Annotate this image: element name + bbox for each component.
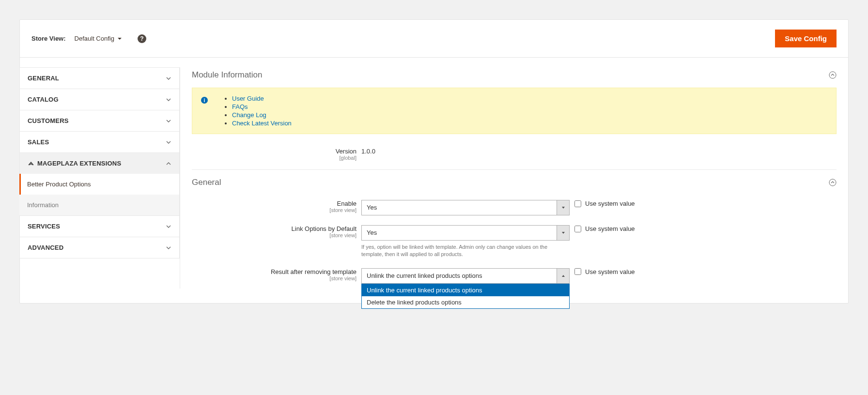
scope-label: [store view] bbox=[192, 232, 356, 238]
sidebar-section-general[interactable]: GENERAL bbox=[19, 67, 180, 89]
field-label: Result after removing template bbox=[271, 268, 356, 275]
sidebar-sub-information[interactable]: Information bbox=[19, 195, 180, 215]
chevron-down-icon bbox=[166, 139, 171, 145]
chevron-down-icon bbox=[166, 118, 171, 124]
sidebar-label: SERVICES bbox=[28, 223, 60, 230]
sidebar-section-services[interactable]: SERVICES bbox=[19, 215, 180, 237]
field-row-result-after-remove: Result after removing template [store vi… bbox=[192, 263, 837, 289]
select-value: Unlink the current linked products optio… bbox=[362, 269, 557, 283]
section-module-info-header[interactable]: Module Information bbox=[192, 67, 837, 83]
select-value: Yes bbox=[362, 226, 557, 240]
result-after-remove-dropdown: Unlink the current linked products optio… bbox=[361, 284, 570, 309]
svg-point-1 bbox=[829, 179, 836, 186]
sidebar-label: ADVANCED bbox=[28, 244, 63, 251]
chevron-down-icon bbox=[166, 76, 171, 81]
header-bar: Store View: Default Config ? Save Config bbox=[20, 20, 848, 58]
config-panel: Store View: Default Config ? Save Config… bbox=[19, 19, 849, 304]
field-row-version: Version [global] 1.0.0 bbox=[192, 143, 837, 170]
caret-down-icon bbox=[557, 226, 569, 240]
chevron-up-icon bbox=[166, 161, 171, 167]
sidebar-section-sales[interactable]: SALES bbox=[19, 131, 180, 152]
section-title: Module Information bbox=[192, 70, 263, 80]
use-system-label: Use system value bbox=[585, 225, 635, 232]
version-label: Version bbox=[336, 148, 356, 155]
field-label: Link Options by Default bbox=[292, 225, 356, 232]
sidebar-label: CATALOG bbox=[28, 96, 59, 103]
store-view-label: Store View: bbox=[31, 35, 66, 42]
result-after-remove-select[interactable]: Unlink the current linked products optio… bbox=[361, 268, 570, 284]
section-general-header[interactable]: General bbox=[192, 175, 837, 190]
sidebar-section-customers[interactable]: CUSTOMERS bbox=[19, 110, 180, 131]
config-content: Module Information i User Guide FAQs Cha… bbox=[180, 58, 848, 303]
caret-down-icon bbox=[557, 200, 569, 215]
field-row-link-options: Link Options by Default [store view] Yes… bbox=[192, 220, 837, 263]
use-system-checkbox[interactable] bbox=[574, 226, 581, 232]
collapse-icon[interactable] bbox=[829, 179, 837, 186]
save-config-button[interactable]: Save Config bbox=[775, 30, 837, 47]
chevron-down-icon bbox=[166, 224, 171, 229]
scope-label: [store view] bbox=[192, 275, 356, 281]
dropdown-option-unlink[interactable]: Unlink the current linked products optio… bbox=[362, 284, 569, 296]
info-icon: i bbox=[201, 97, 208, 104]
store-view-value: Default Config bbox=[75, 35, 114, 42]
dropdown-option-delete[interactable]: Delete the linked products options bbox=[362, 296, 569, 308]
sidebar-section-advanced[interactable]: ADVANCED bbox=[19, 237, 180, 258]
caret-up-icon bbox=[557, 269, 569, 283]
use-system-label: Use system value bbox=[585, 268, 635, 275]
sidebar-label: SALES bbox=[28, 138, 49, 146]
store-view-selector[interactable]: Default Config bbox=[75, 35, 122, 42]
link-faqs[interactable]: FAQs bbox=[232, 103, 248, 110]
sidebar-section-mageplaza[interactable]: MAGEPLAZA EXTENSIONS bbox=[19, 152, 180, 174]
field-hint: If yes, option will be linked with templ… bbox=[361, 243, 570, 258]
collapse-icon[interactable] bbox=[829, 71, 837, 79]
link-check-latest-version[interactable]: Check Latest Version bbox=[232, 120, 292, 127]
use-system-label: Use system value bbox=[585, 200, 635, 207]
mageplaza-icon bbox=[28, 160, 34, 167]
field-row-enable: Enable [store view] Yes Use system value bbox=[192, 195, 837, 220]
module-info-notice: i User Guide FAQs Change Log Check Lates… bbox=[192, 88, 837, 134]
sidebar-label: GENERAL bbox=[28, 75, 59, 82]
help-icon[interactable]: ? bbox=[138, 34, 146, 43]
scope-label: [store view] bbox=[192, 207, 356, 213]
chevron-down-icon bbox=[166, 97, 171, 103]
sidebar-label: MAGEPLAZA EXTENSIONS bbox=[37, 160, 121, 167]
link-change-log[interactable]: Change Log bbox=[232, 111, 266, 119]
use-system-checkbox[interactable] bbox=[574, 200, 581, 207]
use-system-checkbox[interactable] bbox=[574, 268, 581, 275]
version-value: 1.0.0 bbox=[361, 148, 570, 155]
select-value: Yes bbox=[362, 200, 557, 215]
sidebar-label: CUSTOMERS bbox=[28, 117, 69, 124]
field-label: Enable bbox=[337, 200, 356, 207]
svg-point-0 bbox=[829, 72, 836, 78]
sidebar-section-catalog[interactable]: CATALOG bbox=[19, 89, 180, 110]
caret-down-icon bbox=[117, 36, 122, 41]
chevron-down-icon bbox=[166, 245, 171, 251]
link-user-guide[interactable]: User Guide bbox=[232, 95, 264, 102]
config-sidebar: GENERAL CATALOG CUSTOMERS SALES MAGEPLAZ… bbox=[19, 67, 180, 289]
scope-label: [global] bbox=[192, 155, 356, 161]
sidebar-sub-better-product-options[interactable]: Better Product Options bbox=[19, 174, 180, 195]
section-title: General bbox=[192, 178, 221, 187]
link-options-select[interactable]: Yes bbox=[361, 225, 570, 241]
enable-select[interactable]: Yes bbox=[361, 200, 570, 215]
